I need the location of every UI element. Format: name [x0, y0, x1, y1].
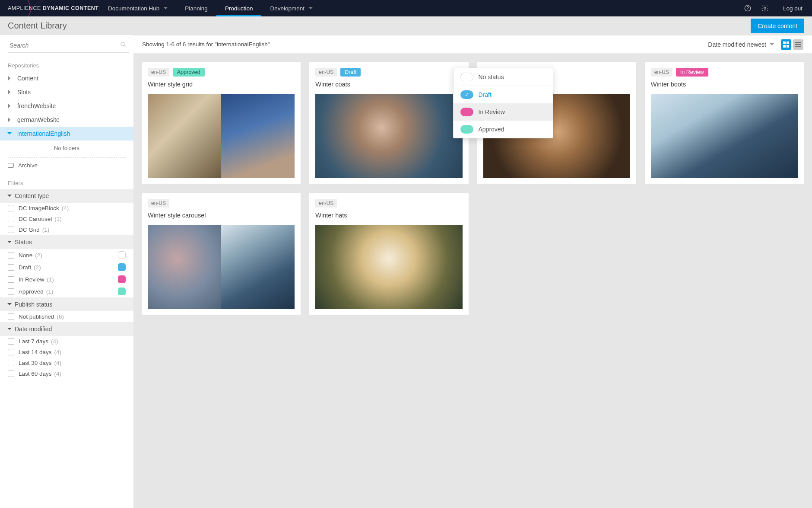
card-thumbnail	[651, 94, 798, 178]
filter-option-label: In Review	[19, 276, 44, 283]
checkbox-icon	[8, 360, 14, 366]
nav-label: Documentation Hub	[108, 5, 159, 12]
filter-option-count: (1)	[46, 288, 54, 295]
create-content-button[interactable]: Create content	[751, 19, 804, 33]
filter-head-date-modified[interactable]: Date modified	[0, 322, 133, 336]
product-name: DYNAMIC CONTENT	[43, 5, 99, 11]
svg-point-1	[747, 10, 748, 10]
content-card[interactable]: en-USIn ReviewWinter boots	[644, 61, 804, 185]
status-swatch	[118, 263, 126, 271]
chevron-right-icon	[8, 104, 15, 108]
checkbox-icon	[8, 338, 14, 345]
repo-internationalenglish[interactable]: internationalEnglish	[0, 127, 133, 141]
chevron-right-icon	[8, 118, 15, 122]
filter-option-label: Last 60 days	[19, 371, 52, 377]
nav-label: Production	[225, 5, 253, 12]
status-menu-item[interactable]: Draft	[454, 86, 553, 103]
filter-option[interactable]: DC Carousel(1)	[4, 214, 129, 224]
content-card[interactable]: en-USDraftWinter coats	[309, 61, 469, 185]
filter-option-label: DC Carousel	[19, 216, 52, 222]
filter-option-label: DC Grid	[19, 227, 40, 233]
nav-planning[interactable]: Planning	[176, 0, 216, 16]
card-thumbnail	[148, 225, 295, 309]
status-swatch	[460, 108, 473, 116]
nav-documentation-hub[interactable]: Documentation Hub	[99, 0, 176, 16]
status-swatch	[460, 73, 473, 81]
chevron-down-icon	[8, 327, 11, 331]
filter-option[interactable]: DC Grid(1)	[4, 224, 129, 235]
status-menu-item[interactable]: No status	[454, 68, 553, 86]
repo-label: germanWebsite	[17, 116, 60, 123]
filter-group-label: Content type	[15, 192, 49, 199]
content-card[interactable]: en-USWinter hats	[309, 192, 469, 316]
status-menu-label: No status	[479, 73, 504, 80]
chevron-down-icon	[309, 7, 313, 10]
archive-link[interactable]: Archive	[0, 160, 133, 171]
filter-head-content-type[interactable]: Content type	[0, 189, 133, 203]
filter-head-status[interactable]: Status	[0, 235, 133, 249]
card-title: Winter boots	[651, 81, 798, 88]
locale-badge: en-US	[651, 68, 672, 77]
filter-option-label: Approved	[19, 288, 44, 295]
chevron-down-icon	[164, 7, 168, 10]
filter-option[interactable]: None(2)	[4, 249, 129, 261]
search-input[interactable]	[8, 39, 129, 51]
filter-option-label: Not published	[19, 313, 54, 320]
view-list-button[interactable]	[793, 39, 803, 50]
repo-germanwebsite[interactable]: germanWebsite	[0, 113, 133, 127]
status-menu: No statusDraftIn ReviewApproved	[453, 68, 553, 138]
help-icon[interactable]	[739, 4, 756, 12]
status-menu-label: Approved	[479, 126, 504, 133]
status-badge[interactable]: Approved	[173, 68, 205, 77]
filter-option[interactable]: Last 14 days(4)	[4, 347, 129, 358]
gear-icon[interactable]	[756, 4, 774, 12]
checkbox-icon	[8, 313, 14, 320]
view-grid-button[interactable]	[781, 39, 791, 50]
svg-rect-7	[783, 45, 786, 48]
locale-badge: en-US	[148, 68, 169, 77]
repo-content[interactable]: Content	[0, 71, 133, 85]
nav-production[interactable]: Production	[216, 0, 262, 16]
filter-option[interactable]: DC ImageBlock(4)	[4, 203, 129, 214]
checkbox-icon	[8, 288, 14, 295]
card-title: Winter coats	[315, 81, 462, 88]
status-badge[interactable]: In Review	[676, 68, 708, 77]
status-badge[interactable]: Draft	[340, 68, 361, 77]
chevron-down-icon	[770, 43, 774, 46]
view-toggle	[781, 39, 803, 50]
content-card[interactable]: en-USDraftWinter collectionNo statusDraf…	[477, 61, 637, 185]
sort-dropdown[interactable]: Date modified newest	[708, 41, 774, 48]
card-thumbnail	[148, 94, 295, 178]
filter-option-count: (2)	[35, 252, 42, 259]
filter-head-publish-status[interactable]: Publish status	[0, 297, 133, 311]
svg-rect-8	[787, 45, 789, 48]
filter-option[interactable]: Draft(2)	[4, 261, 129, 273]
filter-option-count: (2)	[34, 264, 41, 271]
filter-option[interactable]: In Review(1)	[4, 273, 129, 285]
filter-option[interactable]: Last 7 days(4)	[4, 336, 129, 347]
repo-frenchwebsite[interactable]: frenchWebsite	[0, 99, 133, 113]
filter-option[interactable]: Last 30 days(4)	[4, 358, 129, 368]
logout-link[interactable]: Log out	[774, 5, 812, 12]
repo-slots[interactable]: Slots	[0, 85, 133, 99]
status-menu-item[interactable]: In Review	[454, 103, 553, 121]
filter-group-label: Publish status	[15, 301, 52, 308]
content-card[interactable]: en-USApprovedWinter style grid	[141, 61, 301, 185]
search-icon[interactable]	[120, 41, 127, 48]
sort-label: Date modified newest	[708, 41, 766, 48]
repo-label: Slots	[17, 89, 31, 96]
nav-development[interactable]: Development	[261, 0, 321, 16]
content-card[interactable]: en-USWinter style carousel	[141, 192, 301, 316]
filter-option-label: Last 30 days	[19, 360, 52, 366]
chevron-right-icon	[8, 131, 15, 136]
filter-option[interactable]: Last 60 days(4)	[4, 368, 129, 379]
chevron-down-icon	[8, 302, 11, 307]
filter-option[interactable]: Approved(1)	[4, 285, 129, 297]
checkbox-icon	[8, 276, 14, 283]
brand-name: AMPLIENCE	[8, 5, 41, 11]
filter-option[interactable]: Not published(6)	[4, 311, 129, 322]
svg-point-2	[764, 7, 766, 10]
svg-rect-6	[787, 42, 789, 44]
card-title: Winter style grid	[148, 81, 295, 88]
status-menu-item[interactable]: Approved	[454, 121, 553, 138]
